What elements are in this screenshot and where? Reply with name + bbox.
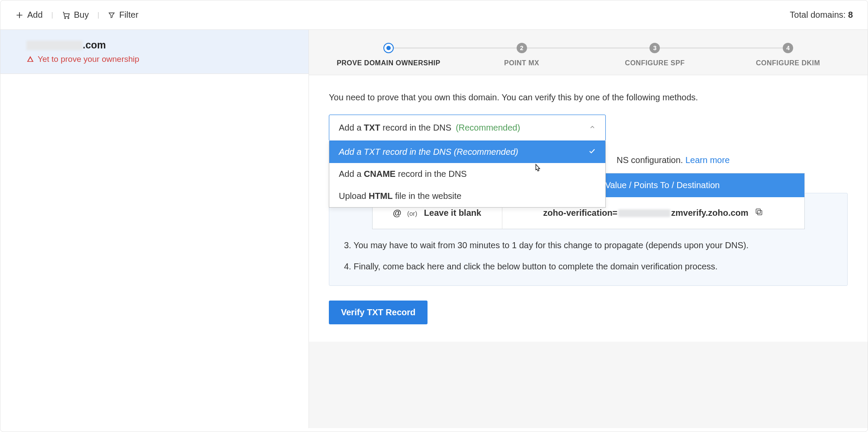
step-configure-spf[interactable]: 3 CONFIGURE SPF xyxy=(588,43,722,67)
step-configure-dkim[interactable]: 4 CONFIGURE DKIM xyxy=(721,43,855,67)
total-label: Total domains: xyxy=(790,10,848,19)
total-domains: Total domains: 8 xyxy=(790,10,853,20)
step-badge: 3 xyxy=(649,43,660,53)
domain-name: .com xyxy=(26,39,291,51)
domain-name-redacted xyxy=(26,41,83,50)
dropdown-menu: Add a TXT record in the DNS (Recommended… xyxy=(329,141,606,208)
filter-button[interactable]: Filter xyxy=(108,10,138,20)
cart-icon xyxy=(62,11,71,19)
add-button[interactable]: Add xyxy=(15,10,43,20)
buy-label: Buy xyxy=(74,10,89,20)
domain-sidebar: .com Yet to prove your ownership xyxy=(0,30,309,428)
domain-row[interactable]: .com Yet to prove your ownership xyxy=(0,30,309,74)
recommended-tag: (Recommended) xyxy=(456,123,520,133)
txt-value-redacted xyxy=(618,209,670,217)
step-label: CONFIGURE DKIM xyxy=(756,59,820,67)
main-area: .com Yet to prove your ownership PROVE D… xyxy=(0,30,868,428)
step-label: POINT MX xyxy=(504,59,539,67)
option-label: Add a TXT record in the DNS (Recommended… xyxy=(339,147,518,157)
toolbar-divider: | xyxy=(51,11,53,19)
option-label: Upload HTML file in the website xyxy=(339,191,461,201)
dropdown-option-txt[interactable]: Add a TXT record in the DNS (Recommended… xyxy=(329,141,605,163)
svg-rect-6 xyxy=(757,211,762,215)
verify-txt-button[interactable]: Verify TXT Record xyxy=(329,301,428,324)
step-point-mx[interactable]: 2 POINT MX xyxy=(455,43,588,67)
total-count: 8 xyxy=(848,10,853,19)
copy-icon[interactable] xyxy=(755,208,763,218)
info-line-2-tail: NS configuration. Learn more xyxy=(617,155,833,165)
panel-intro: You need to prove that you own this doma… xyxy=(329,93,848,102)
option-label: Add a CNAME record in the DNS xyxy=(339,169,467,179)
domain-suffix: .com xyxy=(83,39,106,51)
step-badge: 4 xyxy=(783,43,793,53)
step-badge xyxy=(383,43,394,53)
top-toolbar: Add | Buy | Filter Total domains: 8 xyxy=(0,0,868,30)
verification-method-dropdown: Add a TXT record in the DNS (Recommended… xyxy=(329,115,606,141)
plus-icon xyxy=(15,11,24,19)
chevron-up-icon xyxy=(589,123,596,133)
filter-icon xyxy=(108,11,116,19)
svg-rect-5 xyxy=(30,61,31,61)
svg-point-2 xyxy=(64,17,66,18)
learn-more-link[interactable]: Learn more xyxy=(685,155,730,165)
dropdown-selected-text: Add a TXT record in the DNS xyxy=(339,123,451,133)
buy-button[interactable]: Buy xyxy=(62,10,89,20)
content-pane: PROVE DOMAIN OWNERSHIP 2 POINT MX 3 CONF… xyxy=(309,30,868,428)
step-4-text: 4. Finally, come back here and click the… xyxy=(344,262,833,272)
dropdown-option-cname[interactable]: Add a CNAME record in the DNS xyxy=(329,163,605,185)
check-icon xyxy=(588,147,596,157)
dropdown-option-html[interactable]: Upload HTML file in the website xyxy=(329,185,605,207)
toolbar-divider: | xyxy=(97,11,99,19)
domain-status: Yet to prove your ownership xyxy=(26,54,291,64)
step-label: PROVE DOMAIN OWNERSHIP xyxy=(337,59,440,67)
step-badge: 2 xyxy=(517,43,527,53)
add-label: Add xyxy=(27,10,43,20)
dropdown-trigger[interactable]: Add a TXT record in the DNS (Recommended… xyxy=(329,115,606,141)
verification-panel: You need to prove that you own this doma… xyxy=(309,75,868,342)
setup-stepper: PROVE DOMAIN OWNERSHIP 2 POINT MX 3 CONF… xyxy=(309,30,868,75)
step-3-text: 3. You may have to wait from 30 minutes … xyxy=(344,240,833,250)
step-label: CONFIGURE SPF xyxy=(625,59,685,67)
warning-icon xyxy=(26,55,34,63)
svg-rect-4 xyxy=(30,59,31,61)
step-prove-ownership[interactable]: PROVE DOMAIN OWNERSHIP xyxy=(322,43,455,67)
filter-label: Filter xyxy=(119,10,138,20)
domain-status-text: Yet to prove your ownership xyxy=(38,54,139,64)
svg-rect-7 xyxy=(756,209,760,213)
svg-point-3 xyxy=(68,17,69,18)
